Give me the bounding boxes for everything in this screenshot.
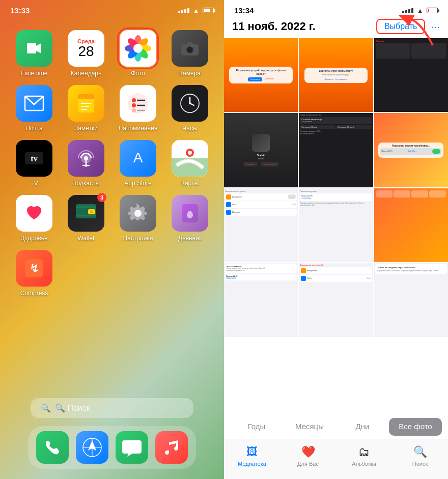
tab-library[interactable]: 🖼 Медиатека (224, 443, 280, 469)
app-appstore[interactable]: A App Store (116, 140, 160, 187)
search-placeholder: 🔍 Поиск (55, 403, 90, 413)
dock-music[interactable] (155, 431, 188, 464)
settings-label: Настройки (123, 235, 153, 242)
app-camera[interactable]: Камера (168, 30, 212, 77)
wifi-icon: ▲ (192, 7, 200, 15)
app-notes[interactable]: Заметки (64, 85, 108, 132)
app-wallet[interactable]: 3 Wallet (64, 195, 108, 242)
dock-messages[interactable] (116, 431, 148, 464)
photo-cell-10[interactable]: Wi-Fi выключена Режим модема будет досту… (224, 263, 298, 337)
calendar-label: Календарь (71, 70, 102, 77)
app-reminders[interactable]: Напоминания (116, 85, 160, 132)
app-grid: FaceTime Среда 28 Календарь (0, 20, 224, 307)
search-tab-icon: 🔍 (413, 445, 427, 459)
albums-tab-label: Альбомы (352, 461, 376, 467)
right-time: 13:34 (234, 6, 254, 15)
facetime-icon (16, 30, 52, 67)
photo-cell-1[interactable]: Разрешить устройству доступ к фото и вид… (224, 38, 298, 112)
app-facetime[interactable]: FaceTime (12, 30, 56, 77)
select-button[interactable]: Выбрать (376, 19, 425, 34)
photo-cell-6[interactable]: Разрешить другим устройствам... Пароль W… (374, 113, 448, 187)
wallet-icon: 3 (68, 195, 104, 232)
app-mail[interactable]: Почта (12, 85, 56, 132)
svg-point-51 (90, 210, 93, 213)
photo-cell-11[interactable]: Завершение настройки ① Авиарежим Wi-Fi В… (299, 263, 373, 337)
app-podcasts[interactable]: Подкасты (64, 140, 108, 187)
svg-point-14 (187, 47, 192, 52)
phone-icon (36, 431, 69, 464)
signal-icon (178, 8, 189, 13)
app-compress[interactable]: ↯ Compress (12, 250, 56, 297)
segment-months[interactable]: Месяцы (283, 418, 336, 436)
dock-phone[interactable] (36, 431, 69, 464)
segment-years[interactable]: Годы (230, 418, 283, 436)
svg-point-11 (133, 44, 143, 53)
app-settings[interactable]: Настройки (116, 195, 160, 242)
photo-cell-7[interactable]: Завершение настройки Авиарежим Wi-Fi K18… (224, 188, 298, 262)
library-tab-label: Медиатека (238, 461, 266, 467)
svg-point-46 (188, 151, 192, 155)
safari-icon (76, 431, 108, 464)
svg-rect-19 (78, 94, 94, 99)
camera-label: Камера (179, 70, 201, 77)
app-clock[interactable]: Часы (168, 85, 212, 132)
clock-icon (172, 85, 208, 122)
app-maps[interactable]: Карты (168, 140, 212, 187)
tab-foryou[interactable]: ❤️ Для Вас (280, 443, 336, 469)
app-calendar[interactable]: Среда 28 Календарь (64, 30, 108, 77)
right-status-icons: ▲ (402, 7, 438, 15)
calendar-day-num: 28 (78, 44, 94, 59)
photo-cell-4[interactable]: ShehiliMyrath Слушать Перемешать (224, 113, 298, 187)
tab-search[interactable]: 🔍 Поиск (392, 443, 448, 469)
tab-albums[interactable]: 🗂 Альбомы (336, 443, 392, 469)
search-icon: 🔍 (41, 403, 51, 413)
reminders-icon (120, 85, 156, 122)
compress-icon: ↯ (16, 250, 52, 287)
notes-icon (68, 85, 104, 122)
tv-icon: tv (16, 140, 52, 177)
photo-grid-inner: Разрешить устройству доступ к фото и вид… (224, 38, 448, 337)
photo-cell-5[interactable]: Режим энергосбережения Состояние аккумул… (299, 113, 373, 187)
app-tv[interactable]: tv TV (12, 140, 56, 187)
camera-icon (172, 30, 208, 67)
tv-label: TV (30, 180, 38, 187)
more-button[interactable]: ··· (431, 21, 440, 33)
segment-days[interactable]: Дни (336, 418, 389, 436)
right-status-bar: 13:34 ▲ (224, 0, 448, 15)
maps-icon (172, 140, 208, 177)
left-panel: 13:33 ▲ FaceTime Среда (0, 0, 224, 479)
segment-allphotos[interactable]: Все фото (389, 418, 442, 436)
search-tab-label: Поиск (412, 461, 428, 467)
appstore-label: App Store (124, 180, 151, 187)
svg-point-26 (132, 103, 136, 107)
svg-marker-1 (27, 43, 36, 53)
calendar-icon: Среда 28 (68, 30, 104, 67)
segment-control: Годы Месяцы Дни Все фото (224, 415, 448, 439)
library-tab-icon: 🖼 (246, 445, 258, 459)
battery-icon (203, 8, 214, 13)
mail-icon (16, 85, 52, 122)
photos-header: 11 нояб. 2022 г. Выбрать ··· (224, 15, 448, 38)
app-health[interactable]: Здоровье (12, 195, 56, 242)
right-signal-icon (402, 8, 413, 13)
right-battery-icon (427, 8, 438, 13)
photos-date-title: 11 нояб. 2022 г. (232, 20, 316, 33)
photo-grid: Разрешить устройству доступ к фото и вид… (224, 38, 448, 415)
photos-label: Фото (131, 70, 145, 77)
photo-cell-8[interactable]: Разрешить другим Пароль Wi-Fi 1234567890… (299, 188, 373, 262)
photo-cell-3[interactable]: Перевод (374, 38, 448, 112)
dock-safari[interactable] (76, 431, 108, 464)
photo-cell-2[interactable]: Доверять этому компьютеру? Ваши настройк… (299, 38, 373, 112)
photo-cell-12[interactable]: Запрос на создание пары с Bluetooth Устр… (374, 263, 448, 337)
maps-label: Карты (181, 180, 199, 187)
facetime-label: FaceTime (21, 70, 48, 77)
app-diary[interactable]: Дневник (168, 195, 212, 242)
foryou-tab-label: Для Вас (297, 461, 319, 467)
app-photos[interactable]: Фото (116, 30, 160, 77)
svg-text:tv: tv (31, 154, 37, 163)
music-icon (155, 431, 188, 464)
right-panel: 13:34 ▲ 11 нояб. 2022 г. Выбрать ··· (224, 0, 448, 479)
photo-cell-9[interactable] (374, 188, 448, 262)
svg-marker-2 (36, 43, 41, 53)
search-bar[interactable]: 🔍 🔍 Поиск (31, 398, 193, 418)
